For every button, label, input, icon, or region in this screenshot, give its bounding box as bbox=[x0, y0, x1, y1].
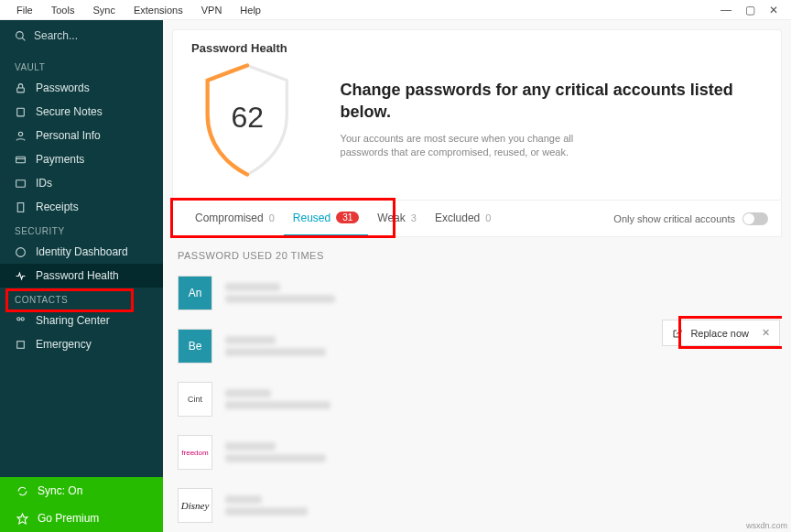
sidebar-item-payments[interactable]: Payments bbox=[0, 147, 163, 171]
list-item[interactable]: An bbox=[172, 266, 782, 320]
sync-status[interactable]: Sync: On bbox=[0, 477, 163, 505]
menu-help[interactable]: Help bbox=[231, 5, 270, 16]
svg-rect-3 bbox=[17, 108, 25, 116]
section-contacts: CONTACTS bbox=[0, 288, 163, 309]
site-tile: freedom bbox=[178, 435, 212, 470]
list-item[interactable]: freedom bbox=[172, 426, 782, 479]
list-item[interactable]: Disney bbox=[172, 479, 782, 532]
list-item[interactable]: Be Replace now ✕ bbox=[172, 320, 782, 373]
svg-point-11 bbox=[21, 317, 24, 320]
sidebar-item-sharing-center[interactable]: Sharing Center bbox=[0, 309, 163, 332]
site-tile: Cint bbox=[178, 382, 212, 417]
critical-toggle[interactable] bbox=[742, 212, 768, 225]
hero-card: Password Health 62 Change passwords for … bbox=[172, 29, 782, 201]
pulse-icon bbox=[15, 270, 27, 282]
page-title: Password Health bbox=[191, 41, 763, 55]
minimize-button[interactable]: — bbox=[714, 2, 738, 18]
menu-extensions[interactable]: Extensions bbox=[125, 5, 192, 16]
tab-reused[interactable]: Reused31 bbox=[284, 201, 369, 236]
person-icon bbox=[15, 130, 27, 142]
external-link-icon bbox=[672, 328, 683, 339]
menubar: File Tools Sync Extensions VPN Help — ▢ … bbox=[0, 0, 791, 20]
receipt-icon bbox=[15, 201, 27, 213]
reused-badge: 31 bbox=[336, 212, 359, 223]
sidebar-item-identity-dashboard[interactable]: Identity Dashboard bbox=[0, 240, 163, 264]
menu-tools[interactable]: Tools bbox=[42, 5, 84, 16]
health-score-shield: 62 bbox=[191, 60, 304, 179]
sidebar-footer: Sync: On Go Premium bbox=[0, 477, 163, 532]
tab-excluded[interactable]: Excluded0 bbox=[426, 201, 501, 236]
menu-sync[interactable]: Sync bbox=[83, 5, 124, 16]
window-controls: — ▢ ✕ bbox=[714, 2, 786, 18]
password-list: An Be Replace now ✕ Cint freedom Disney bbox=[172, 266, 782, 532]
hero-heading: Change passwords for any critical accoun… bbox=[341, 80, 763, 123]
sidebar-item-personal-info[interactable]: Personal Info bbox=[0, 124, 163, 147]
lock-icon bbox=[15, 82, 27, 94]
emergency-icon bbox=[15, 339, 27, 351]
svg-rect-12 bbox=[17, 341, 25, 348]
sidebar-item-receipts[interactable]: Receipts bbox=[0, 195, 163, 219]
close-icon[interactable]: ✕ bbox=[762, 327, 770, 339]
sidebar-item-password-health[interactable]: Password Health bbox=[0, 264, 163, 288]
svg-rect-8 bbox=[17, 202, 24, 212]
tab-weak[interactable]: Weak3 bbox=[368, 201, 426, 236]
dashboard-icon bbox=[15, 246, 27, 258]
section-vault: VAULT bbox=[0, 55, 163, 76]
search-input[interactable]: Search... bbox=[0, 20, 163, 55]
list-heading: PASSWORD USED 20 TIMES bbox=[172, 237, 782, 266]
svg-rect-7 bbox=[16, 179, 26, 187]
search-placeholder: Search... bbox=[34, 29, 78, 42]
svg-point-9 bbox=[16, 247, 26, 256]
replace-now-button[interactable]: Replace now ✕ bbox=[662, 320, 780, 346]
star-icon bbox=[16, 513, 28, 525]
svg-point-10 bbox=[17, 317, 20, 320]
health-score-value: 62 bbox=[231, 101, 264, 135]
sidebar: Search... VAULT Passwords Secure Notes P… bbox=[0, 20, 163, 532]
hero-subtext: Your accounts are most secure when you c… bbox=[341, 132, 597, 160]
id-icon bbox=[15, 178, 27, 190]
svg-marker-13 bbox=[17, 514, 27, 524]
svg-point-4 bbox=[18, 132, 22, 136]
sidebar-item-secure-notes[interactable]: Secure Notes bbox=[0, 100, 163, 124]
note-icon bbox=[15, 106, 27, 118]
search-icon bbox=[15, 30, 27, 42]
sidebar-item-passwords[interactable]: Passwords bbox=[0, 76, 163, 100]
share-icon bbox=[15, 315, 27, 327]
sidebar-item-ids[interactable]: IDs bbox=[0, 171, 163, 195]
card-icon bbox=[15, 154, 27, 166]
critical-toggle-row: Only show critical accounts bbox=[613, 212, 768, 225]
site-tile: Be bbox=[178, 329, 212, 364]
menu-file[interactable]: File bbox=[7, 5, 42, 16]
critical-toggle-label: Only show critical accounts bbox=[613, 213, 735, 224]
tabs-row: Compromised0 Reused31 Weak3 Excluded0 On… bbox=[172, 201, 782, 237]
svg-point-0 bbox=[16, 31, 24, 38]
sidebar-item-emergency[interactable]: Emergency bbox=[0, 332, 163, 356]
svg-line-1 bbox=[22, 38, 25, 40]
watermark: wsxdn.com bbox=[746, 521, 787, 530]
tab-compromised[interactable]: Compromised0 bbox=[186, 201, 284, 236]
maximize-button[interactable]: ▢ bbox=[738, 2, 762, 18]
list-item[interactable]: Cint bbox=[172, 373, 782, 426]
svg-rect-5 bbox=[16, 157, 26, 163]
site-tile: An bbox=[178, 276, 212, 310]
go-premium[interactable]: Go Premium bbox=[0, 505, 163, 532]
sync-icon bbox=[16, 485, 28, 497]
site-tile: Disney bbox=[178, 488, 212, 523]
main-content: Password Health 62 Change passwords for … bbox=[163, 20, 791, 532]
section-security: SECURITY bbox=[0, 219, 163, 240]
close-button[interactable]: ✕ bbox=[762, 2, 786, 18]
svg-rect-2 bbox=[17, 87, 25, 92]
menu-vpn[interactable]: VPN bbox=[192, 5, 232, 16]
